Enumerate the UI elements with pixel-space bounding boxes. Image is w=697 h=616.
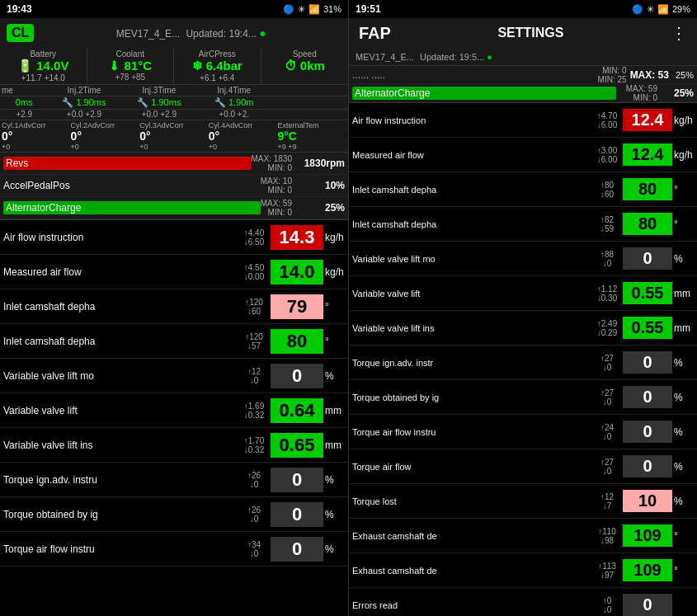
status-section: Revs MAX: 1830MIN: 0 1830rpm AccelPedalP…	[0, 153, 348, 220]
right-row-value-3: 80	[623, 213, 672, 235]
menu-dots-button[interactable]: ⋮	[671, 23, 687, 43]
right-row-range-1: ↑3.00 ↓6.00	[593, 146, 621, 164]
battery-sensor: Battery 🔋 14.0V +11.7 +14.0	[0, 48, 87, 84]
sensor-bars: Battery 🔋 14.0V +11.7 +14.0 Coolant 🌡 81…	[0, 48, 348, 85]
left-row-range-1: ↑4.50 ↓0.00	[239, 263, 269, 281]
right-row-range-4: ↑88 ↓0	[593, 250, 621, 268]
right-row-unit-5: mm	[674, 288, 697, 299]
left-row-unit-3: °	[325, 336, 348, 347]
right-row-label-12: Exhaust camshaft de	[349, 531, 593, 541]
right-row-label-1: Measured air flow	[349, 150, 593, 160]
right-row-unit-3: °	[674, 219, 697, 230]
right-row-unit-0: kg/h	[674, 115, 697, 126]
inj-header: me Inj.2Time Inj.3Time Inj.4Time	[0, 85, 348, 96]
right-data-row-13: Exhaust camshaft de ↑113 ↓97 109 °	[349, 553, 697, 588]
left-icons: 🔵 ✳ 📶 31%	[283, 4, 341, 15]
right-row-value-11: 10	[623, 490, 672, 512]
left-header: CL MEV17_4_E... Updated: 19:4... ●	[0, 18, 348, 48]
left-row-value-3: 80	[271, 329, 323, 354]
right-data-row-5: Variable valve lift ↑1.12 ↓0.30 0.55 mm	[349, 276, 697, 311]
left-row-label-4: Variable valve lift mo	[0, 370, 239, 382]
left-row-label-6: Variable valve lift ins	[0, 440, 239, 451]
battery-icon: 31%	[323, 4, 341, 14]
bluetooth-icon: 🔵	[283, 4, 294, 15]
right-row-label-8: Torque obtained by ig	[349, 393, 593, 402]
right-row-value-6: 0.55	[623, 317, 672, 339]
r-signal-icon: 📶	[657, 4, 669, 15]
left-row-value-8: 0	[271, 502, 323, 527]
right-status-row-1: ...... ..... MIN: 0MIN: 25 MAX: 53 25%	[349, 66, 697, 84]
right-data-row-12: Exhaust camshaft de ↑110 ↓98 109 °	[349, 519, 697, 553]
left-row-value-9: 0	[271, 537, 323, 562]
right-row-range-2: ↑80 ↓60	[593, 181, 621, 199]
right-data-row-2: Inlet camshaft depha ↑80 ↓60 80 °	[349, 172, 697, 207]
cyl-labels: Cyl.1AdvCorr Cyl.2AdvCorr Cyl.3AdvCorr C…	[0, 120, 348, 153]
right-row-unit-6: mm	[674, 322, 697, 334]
right-row-range-5: ↑1.12 ↓0.30	[593, 284, 621, 303]
left-row-unit-0: kg/h	[325, 232, 348, 243]
left-data-row-3: Inlet camshaft depha ↑120 ↓57 80 °	[0, 324, 348, 359]
cl-badge[interactable]: CL	[7, 24, 34, 42]
right-row-value-12: 109	[623, 524, 672, 547]
right-row-unit-4: %	[674, 253, 697, 265]
left-row-unit-7: %	[325, 474, 348, 486]
r-bluetooth-icon: 🔵	[632, 4, 643, 15]
left-row-unit-1: kg/h	[325, 266, 348, 278]
left-row-range-2: ↑120 ↓60	[239, 298, 269, 316]
right-row-unit-13: °	[674, 565, 697, 576]
right-data-row-8: Torque obtained by ig ↑27 ↓0 0 %	[349, 380, 697, 415]
right-subheader: MEV17_4_E... Updated: 19:5... ●	[349, 48, 697, 66]
left-time: 19:43	[7, 3, 32, 15]
right-panel: 19:51 🔵 ✳ 📶 29% FAP SETTINGS ⋮ MEV17_4_E…	[348, 0, 697, 616]
right-row-range-3: ↑82 ↓59	[593, 215, 621, 233]
wifi-icon: ✳	[298, 4, 305, 15]
right-alternator-charge-row: AlternatorCharge MAX: 59MIN: 0 25%	[349, 84, 697, 102]
right-data-row-7: Torque ign.adv. instr ↑27 ↓0 0 %	[349, 346, 697, 380]
right-row-unit-2: °	[674, 184, 697, 195]
left-panel: 19:43 🔵 ✳ 📶 31% CL MEV17_4_E... Updated:…	[0, 0, 348, 616]
left-data-row-5: Variable valve lift ↑1.69 ↓0.32 0.64 mm	[0, 393, 348, 428]
left-row-unit-6: mm	[325, 440, 348, 451]
right-row-range-0: ↑4.70 ↓6.00	[593, 111, 621, 129]
left-row-label-0: Air flow instruction	[0, 232, 239, 243]
right-data-row-6: Variable valve lift ins ↑2.49 ↓0.29 0.55…	[349, 311, 697, 346]
right-icons: 🔵 ✳ 📶 29%	[632, 4, 690, 15]
right-data-row-10: Torque air flow ↑27 ↓0 0 %	[349, 449, 697, 484]
inj-values: 0ms 🔧 1.90ms 🔧 1.90ms 🔧 1.90m	[0, 96, 348, 110]
right-row-label-7: Torque ign.adv. instr	[349, 358, 593, 368]
right-row-value-9: 0	[623, 421, 672, 443]
left-row-value-0: 14.3	[271, 225, 323, 250]
right-row-range-11: ↑12 ↓7	[593, 492, 621, 510]
left-row-range-3: ↑120 ↓57	[239, 332, 269, 350]
right-row-unit-12: °	[674, 530, 697, 542]
right-row-value-8: 0	[623, 386, 672, 408]
right-row-range-10: ↑27 ↓0	[593, 458, 621, 476]
right-row-unit-10: %	[674, 461, 697, 473]
right-data-row-3: Inlet camshaft depha ↑82 ↓59 80 °	[349, 207, 697, 242]
right-row-label-10: Torque air flow	[349, 462, 593, 472]
left-row-range-9: ↑34 ↓0	[239, 540, 269, 558]
right-status-section: ...... ..... MIN: 0MIN: 25 MAX: 53 25% A…	[349, 66, 697, 103]
left-row-unit-8: %	[325, 509, 348, 520]
right-row-range-8: ↑27 ↓0	[593, 388, 621, 407]
right-data-row-0: Air flow instruction ↑4.70 ↓6.00 12.4 kg…	[349, 103, 697, 138]
right-row-value-13: 109	[623, 559, 672, 581]
right-time: 19:51	[356, 3, 381, 15]
left-status-bar: 19:43 🔵 ✳ 📶 31%	[0, 0, 348, 18]
right-row-range-14: ↑0 ↓0	[593, 596, 621, 614]
left-data-row-1: Measured air flow ↑4.50 ↓0.00 14.0 kg/h	[0, 255, 348, 289]
revs-row: Revs MAX: 1830MIN: 0 1830rpm	[0, 153, 348, 175]
left-title: MEV17_4_E... Updated: 19:4... ●	[116, 26, 266, 40]
left-data-row-4: Variable valve lift mo ↑12 ↓0 0 %	[0, 359, 348, 393]
right-row-unit-9: %	[674, 426, 697, 438]
left-row-range-6: ↑1.70 ↓0.32	[239, 436, 269, 454]
left-row-unit-2: °	[325, 301, 348, 313]
left-data-rows: Air flow instruction ↑4.40 ↓6.50 14.3 kg…	[0, 220, 348, 616]
right-row-unit-11: %	[674, 496, 697, 507]
right-row-value-14: 0	[623, 594, 672, 616]
settings-label[interactable]: SETTINGS	[497, 26, 563, 40]
left-row-range-4: ↑12 ↓0	[239, 367, 269, 385]
right-row-range-9: ↑24 ↓0	[593, 423, 621, 441]
right-row-label-6: Variable valve lift ins	[349, 323, 593, 333]
left-row-label-9: Torque air flow instru	[0, 543, 239, 555]
